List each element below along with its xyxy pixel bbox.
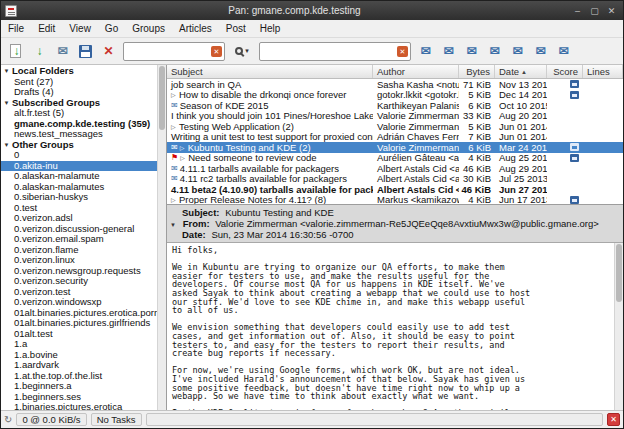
article-row[interactable]: job search in QASasha Kasha <notuxius-…7… — [167, 79, 623, 90]
read-next-unread-article-button[interactable]: ✉ — [415, 41, 436, 62]
chevron-down-icon: ▾ — [245, 47, 249, 55]
read-next-article-button[interactable]: ✉ — [438, 41, 459, 62]
article-row[interactable]: ✉▷Kubuntu Testing and KDE (2)Valorie Zim… — [167, 142, 623, 153]
group-item[interactable]: Sent (27) — [1, 77, 157, 88]
article-body-scrollbar[interactable] — [614, 243, 623, 410]
group-item[interactable]: 0 — [1, 150, 157, 161]
task-status[interactable]: No Tasks — [91, 413, 142, 426]
column-header-score[interactable]: Score — [547, 65, 583, 78]
group-item[interactable]: 0.alaskan-malamutes — [1, 182, 157, 193]
minimize-button[interactable]: – — [570, 4, 585, 18]
reply-to-article-button[interactable]: ✉ — [530, 41, 551, 62]
article-row[interactable]: 4.11 beta2 (4.10.90) tarballs available … — [167, 184, 623, 195]
menu-file[interactable]: File — [1, 21, 31, 36]
group-section-subscribed-groups[interactable]: ▼Subscribed Groups — [1, 98, 157, 109]
from-expander-icon[interactable]: ▼ — [170, 220, 180, 229]
maximize-button[interactable]: ▢ — [587, 4, 602, 18]
article-row[interactable]: ⚑▷Need someone to review codeAurélien Gâ… — [167, 153, 623, 164]
date-cell: Mar 24 2014 — [495, 142, 547, 153]
article-row[interactable]: ▷How to disable the drkonqi once forever… — [167, 90, 623, 101]
group-item[interactable]: 0.verizon.windowsxp — [1, 297, 157, 308]
group-item[interactable]: 01alt.binaries.pictures.girlfriends — [1, 318, 157, 329]
article-row[interactable]: ▷Testing Web Application (2)Valorie Zimm… — [167, 121, 623, 132]
group-item[interactable]: 1.binaries.pictures.erotica — [1, 402, 157, 410]
collapse-icon[interactable]: ▼ — [1, 66, 12, 77]
menu-go[interactable]: Go — [98, 21, 125, 36]
group-item[interactable]: 0.akita-inu — [1, 161, 157, 172]
group-item[interactable]: 0.verizon.test — [1, 287, 157, 298]
save-articles-button[interactable] — [75, 41, 96, 62]
thread-expander-icon[interactable]: ▷ — [180, 144, 188, 151]
read-previous-article-button[interactable]: ✉ — [484, 41, 505, 62]
group-item[interactable]: 1.at.the.top.of.the.list — [1, 371, 157, 382]
forward-article-button[interactable]: ✉ — [553, 41, 574, 62]
column-header-date[interactable]: Date▲ — [495, 65, 547, 78]
column-header-author[interactable]: Author — [373, 65, 459, 78]
article-row[interactable]: Writing a unit test to test support for … — [167, 132, 623, 143]
group-item[interactable]: 0.verizon.linux — [1, 255, 157, 266]
collapse-icon[interactable]: ▼ — [1, 98, 12, 109]
thread-expander-icon[interactable]: ▷ — [171, 123, 179, 130]
group-item[interactable]: 0.verizon.newsgroup.requests — [1, 266, 157, 277]
group-item[interactable]: 0.verizon.flame — [1, 245, 157, 256]
scrollbar-thumb[interactable] — [616, 244, 622, 302]
column-header-lines[interactable]: Lines — [583, 65, 623, 78]
group-item[interactable]: 0.verizon.email.spam — [1, 234, 157, 245]
group-search-input[interactable] — [123, 42, 225, 61]
stop-tasks-button[interactable]: ✕ — [98, 41, 119, 62]
group-item[interactable]: 01alt.test — [1, 329, 157, 340]
search-scope-button[interactable]: ▾ — [229, 41, 255, 62]
group-tree: ▼Local FoldersSent (27)Drafts (4)▼Subscr… — [1, 65, 157, 410]
article-row[interactable]: ✉4.11 rc2 tarballs available for package… — [167, 174, 623, 185]
clear-article-search-button[interactable]: ✕ — [397, 46, 408, 57]
group-item[interactable]: 0.alaskan-malamute — [1, 171, 157, 182]
group-item[interactable]: 0.verizon.adsl — [1, 213, 157, 224]
menu-post[interactable]: Post — [219, 21, 253, 36]
group-item[interactable]: 1.beginners.a — [1, 381, 157, 392]
menu-articles[interactable]: Articles — [172, 21, 219, 36]
group-item[interactable]: 1.aardvark — [1, 360, 157, 371]
article-search-input[interactable] — [259, 42, 411, 61]
group-item[interactable]: 1.a.bovine — [1, 350, 157, 361]
group-item[interactable]: 01alt.binaries.pictures.erotica.pornstar — [1, 308, 157, 319]
menu-groups[interactable]: Groups — [125, 21, 172, 36]
menu-edit[interactable]: Edit — [31, 21, 62, 36]
close-button[interactable]: ✕ — [604, 4, 619, 18]
from-label: From: — [183, 218, 210, 229]
article-row[interactable]: ✉4.11.1 tarballs available for packagers… — [167, 163, 623, 174]
group-item[interactable]: 1.beginners.ses — [1, 392, 157, 403]
group-item[interactable]: news.test_messages — [1, 129, 157, 140]
group-item[interactable]: alt.fr.test (5) — [1, 108, 157, 119]
group-item[interactable]: 0.verizon.security — [1, 276, 157, 287]
column-header-bytes[interactable]: Bytes — [459, 65, 495, 78]
thread-expander-icon[interactable]: ▷ — [171, 91, 179, 98]
article-row[interactable]: I think you should join 101 Pines/Horesh… — [167, 111, 623, 122]
group-section-other-groups[interactable]: ▼Other Groups — [1, 140, 157, 151]
group-item[interactable]: 0.siberian-huskys — [1, 192, 157, 203]
group-section-local-folders[interactable]: ▼Local Folders — [1, 66, 157, 77]
read-next-unread-thread-button[interactable]: ✉ — [461, 41, 482, 62]
group-item[interactable]: Drafts (4) — [1, 87, 157, 98]
menu-help[interactable]: Help — [253, 21, 288, 36]
group-item[interactable]: 0.verizon.discussion-general — [1, 224, 157, 235]
clear-group-search-button[interactable]: ✕ — [211, 46, 222, 57]
lines-cell — [583, 163, 623, 174]
collapse-icon[interactable]: ▼ — [1, 140, 12, 151]
get-new-headers-selected-button[interactable]: ↓ — [29, 41, 50, 62]
thread-expander-icon[interactable]: ▷ — [180, 154, 188, 161]
article-row[interactable]: ✉Season of KDE 2015Karthikeyan Palaniswa… — [167, 100, 623, 111]
menu-view[interactable]: View — [62, 21, 98, 36]
group-pane-scrollbar[interactable] — [157, 65, 166, 410]
error-log-icon[interactable] — [607, 413, 620, 426]
column-header-subject[interactable]: Subject — [167, 65, 373, 78]
get-new-headers-subscribed-button[interactable]: ↓ — [6, 41, 27, 62]
group-item[interactable]: 1.a — [1, 339, 157, 350]
group-item[interactable]: 0.test — [1, 203, 157, 214]
scrollbar-thumb[interactable] — [159, 66, 165, 130]
group-item-label: 1.a — [1, 339, 27, 350]
post-article-button[interactable]: ✉ — [52, 41, 73, 62]
thread-expander-icon[interactable]: ▷ — [171, 196, 179, 203]
article-row[interactable]: ▷Proper Release Notes for 4.11? (8)Marku… — [167, 195, 623, 205]
mark-thread-read-button[interactable]: ✉ — [507, 41, 528, 62]
group-item[interactable]: gmane.comp.kde.testing (359) — [1, 119, 157, 130]
